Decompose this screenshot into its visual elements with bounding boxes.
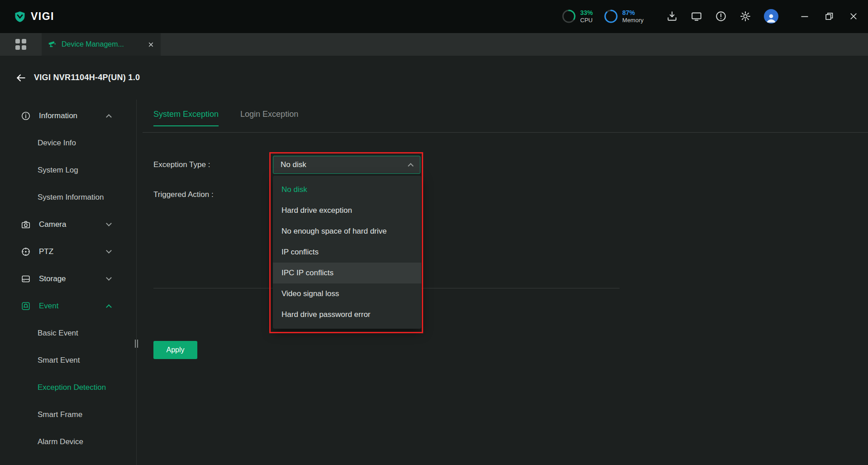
option-video-signal-loss[interactable]: Video signal loss (273, 283, 421, 304)
sidebar-item-ptz[interactable]: PTZ (0, 238, 136, 265)
sidebar-subitem-label: Smart Frame (38, 410, 82, 419)
chevron-up-icon (106, 114, 112, 120)
tab-system-exception-label: System Exception (153, 110, 219, 119)
person-icon (765, 12, 777, 24)
sidebar-item-label: Camera (39, 220, 66, 229)
option-no-enough-space[interactable]: No enough space of hard drive (273, 221, 421, 242)
sidebar-subitem-label: Alarm Device (38, 437, 83, 446)
titlebar: VIGI 33% CPU 87% Memory (0, 0, 868, 33)
option-ip-conflicts[interactable]: IP conflicts (273, 242, 421, 263)
vigi-logo: VIGI (14, 10, 54, 23)
monitor-icon[interactable] (691, 10, 702, 22)
sidebar-subitem-label: Smart Event (38, 356, 80, 365)
sidebar-subitem-label: System Log (38, 166, 78, 175)
memory-label: Memory (622, 17, 644, 24)
chevron-up-icon (408, 163, 414, 169)
tab-login-exception[interactable]: Login Exception (240, 110, 298, 126)
sidebar-item-storage[interactable]: Storage (0, 265, 136, 292)
sidebar-item-exception-detection[interactable]: Exception Detection (0, 374, 136, 401)
sidebar: Information Device Info System Log Syste… (0, 100, 137, 465)
exception-type-dropdown: No disk Hard drive exception No enough s… (273, 176, 421, 329)
exception-type-label: Exception Type : (153, 160, 210, 169)
chevron-down-icon (106, 248, 112, 254)
sidebar-item-label: Event (39, 302, 58, 311)
sidebar-subitem-label: System Information (38, 193, 104, 202)
select-value: No disk (281, 160, 306, 169)
apply-button[interactable]: Apply (153, 341, 197, 359)
back-arrow-button[interactable] (15, 72, 27, 84)
sidebar-item-label: Information (39, 111, 77, 120)
download-icon[interactable] (666, 10, 678, 22)
grid-icon (15, 39, 26, 50)
chevron-up-icon (106, 304, 112, 310)
sidebar-item-alarm-device[interactable]: Alarm Device (0, 428, 136, 455)
restore-button[interactable] (825, 12, 834, 21)
device-title: VIGI NVR1104H-4P(UN) 1.0 (34, 73, 140, 82)
apps-grid-button[interactable] (0, 33, 42, 56)
cpu-label: CPU (580, 17, 593, 24)
sidebar-item-smart-event[interactable]: Smart Event (0, 347, 136, 374)
event-alarm-icon (21, 301, 31, 311)
sidebar-item-label: Storage (39, 274, 66, 283)
memory-ring-icon (604, 9, 618, 24)
tab-close-icon[interactable] (148, 41, 154, 48)
device-header: VIGI NVR1104H-4P(UN) 1.0 (0, 56, 140, 100)
sidebar-subitem-label: Basic Event (38, 329, 78, 338)
option-hard-drive-password-error[interactable]: Hard drive password error (273, 304, 421, 325)
vigi-shield-icon (14, 10, 26, 23)
tab-system-exception[interactable]: System Exception (153, 110, 219, 126)
logo-text: VIGI (31, 10, 54, 23)
tabstrip: Device Managem... (0, 33, 868, 56)
titlebar-icons (666, 9, 778, 24)
cctv-camera-icon (48, 40, 57, 49)
close-button[interactable] (849, 12, 858, 21)
sidebar-item-system-information[interactable]: System Information (0, 184, 136, 211)
device-management-page: VIGI NVR1104H-4P(UN) 1.0 Information Dev… (0, 56, 868, 465)
content-tabs: System Exception Login Exception (153, 110, 298, 126)
option-no-disk[interactable]: No disk (273, 179, 421, 200)
chevron-down-icon (106, 221, 112, 226)
option-hard-drive-exception[interactable]: Hard drive exception (273, 200, 421, 221)
sidebar-item-event[interactable]: Event (0, 292, 136, 320)
tab-device-management[interactable]: Device Managem... (42, 33, 161, 56)
option-ipc-ip-conflicts[interactable]: IPC IP conflicts (273, 263, 421, 283)
alert-circle-icon[interactable] (715, 10, 727, 22)
sidebar-subitem-label: Exception Detection (38, 383, 106, 392)
cpu-percent: 33% (580, 9, 593, 17)
sidebar-item-information[interactable]: Information (0, 102, 136, 129)
cpu-gauge: 33% CPU (562, 9, 593, 24)
tab-label: Device Managem... (62, 40, 143, 48)
user-avatar[interactable] (764, 9, 778, 24)
sidebar-item-basic-event[interactable]: Basic Event (0, 320, 136, 347)
exception-type-select[interactable]: No disk (273, 156, 420, 174)
ptz-icon (21, 247, 31, 257)
memory-gauge: 87% Memory (604, 9, 644, 24)
triggered-action-label: Triggered Action : (153, 190, 214, 199)
memory-percent: 87% (622, 9, 644, 17)
sidebar-item-label: PTZ (39, 247, 53, 256)
sidebar-item-device-info[interactable]: Device Info (0, 129, 136, 157)
tab-login-exception-label: Login Exception (240, 110, 298, 119)
exception-detection-panel: System Exception Login Exception Excepti… (137, 100, 868, 465)
sidebar-item-smart-frame[interactable]: Smart Frame (0, 401, 136, 428)
camera-icon (21, 220, 31, 230)
window-controls (800, 12, 858, 21)
storage-icon (21, 274, 31, 284)
sidebar-item-system-log[interactable]: System Log (0, 157, 136, 184)
tabs-divider (143, 132, 868, 133)
info-icon (21, 111, 31, 121)
settings-gear-icon[interactable] (739, 10, 751, 22)
titlebar-right-cluster: 33% CPU 87% Memory (562, 9, 858, 24)
sidebar-subitem-label: Device Info (38, 139, 76, 148)
minimize-button[interactable] (800, 12, 809, 21)
chevron-down-icon (106, 275, 112, 281)
sidebar-item-camera[interactable]: Camera (0, 211, 136, 238)
cpu-ring-icon (562, 9, 576, 24)
